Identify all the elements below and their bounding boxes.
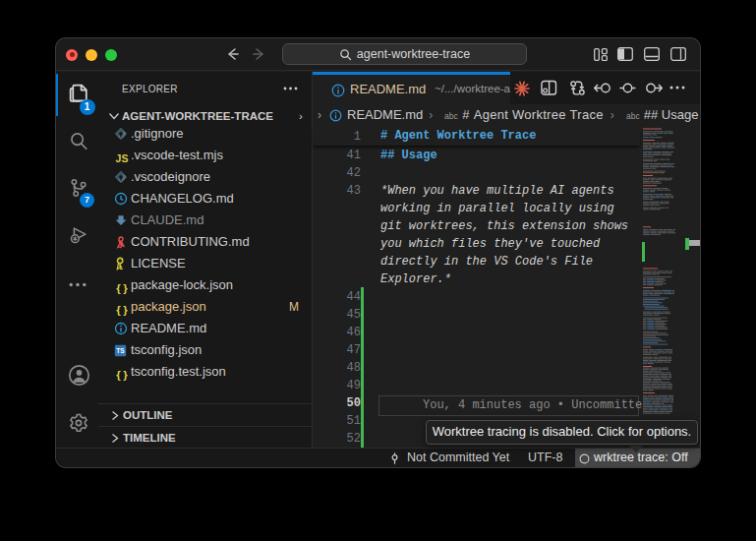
svg-text:TS: TS [116, 347, 125, 354]
svg-text:abc: abc [444, 111, 458, 121]
svg-text:abc: abc [626, 111, 640, 121]
